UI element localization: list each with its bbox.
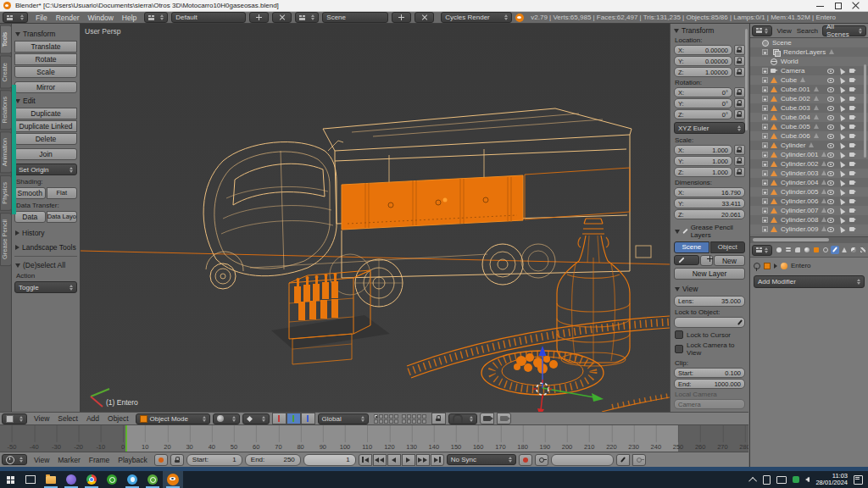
- hide-icon[interactable]: [827, 114, 834, 120]
- properties-tab-icon[interactable]: [784, 246, 793, 254]
- tool-tab[interactable]: Create: [0, 56, 12, 89]
- keyingset-lock-button[interactable]: [170, 454, 184, 466]
- tool-tab[interactable]: Tools: [0, 25, 12, 54]
- notification-icon[interactable]: [854, 475, 863, 485]
- menu-item[interactable]: Frame: [85, 456, 114, 464]
- properties-tab-icon[interactable]: [821, 246, 830, 254]
- new-layer-button[interactable]: New Layer: [674, 268, 745, 280]
- history-panel-header[interactable]: History: [15, 229, 76, 237]
- lock-icon[interactable]: [734, 67, 745, 77]
- insert-keyframe-button[interactable]: [535, 454, 548, 466]
- outliner-row[interactable]: Cube.004: [750, 113, 868, 122]
- gp-object-tab[interactable]: Object: [710, 241, 746, 253]
- hide-icon[interactable]: [827, 142, 834, 148]
- hide-icon[interactable]: [827, 133, 834, 139]
- screen-layout-field[interactable]: Default: [171, 12, 246, 23]
- hide-icon[interactable]: [827, 170, 834, 176]
- number-field[interactable]: Z:0°: [674, 109, 732, 119]
- renderable-icon[interactable]: [849, 86, 856, 92]
- lock-object-field[interactable]: [674, 317, 745, 328]
- gp-scene-tab[interactable]: Scene: [674, 241, 709, 253]
- menu-item[interactable]: File: [31, 14, 52, 22]
- number-field[interactable]: Z:1.000: [674, 167, 732, 177]
- outliner-row[interactable]: Camera: [750, 66, 868, 75]
- number-field[interactable]: X:0°: [674, 87, 732, 97]
- jump-to-end-button[interactable]: [431, 454, 444, 466]
- selectable-icon[interactable]: [838, 226, 845, 232]
- menu-item[interactable]: Render: [52, 14, 84, 22]
- lens-field[interactable]: Lens:35.000: [674, 296, 745, 307]
- gp-brush-button[interactable]: [674, 255, 699, 265]
- cargo-panel[interactable]: [342, 168, 630, 230]
- renderable-icon[interactable]: [849, 208, 856, 214]
- outliner-row[interactable]: RenderLayers: [750, 47, 868, 57]
- tray-app-icon[interactable]: [763, 475, 771, 485]
- gp-new-button[interactable]: New: [714, 255, 745, 266]
- npanel-scrollbar[interactable]: [745, 29, 748, 130]
- renderable-icon[interactable]: [849, 68, 856, 74]
- frame-end-field[interactable]: End:250: [245, 454, 301, 466]
- selectable-icon[interactable]: [838, 96, 845, 102]
- outliner-row[interactable]: Cube.005: [750, 122, 868, 131]
- lock-camera-checkbox[interactable]: [675, 345, 683, 353]
- tool-button[interactable]: Translate: [14, 41, 77, 53]
- editor-type-button[interactable]: [752, 245, 772, 256]
- selectable-icon[interactable]: [838, 170, 845, 176]
- number-field[interactable]: Z:1.00000: [674, 67, 732, 77]
- lock-icon[interactable]: [734, 145, 745, 155]
- tool-tab[interactable]: Grease Pencil: [0, 213, 12, 266]
- hide-icon[interactable]: [827, 152, 834, 158]
- bottle-wireframe[interactable]: [557, 219, 630, 366]
- renderable-icon[interactable]: [849, 198, 856, 204]
- keying-eyedropper-button[interactable]: [616, 454, 630, 466]
- file-explorer-button[interactable]: [41, 471, 61, 488]
- selectable-icon[interactable]: [838, 68, 845, 74]
- tool-button[interactable]: Duplicate: [14, 108, 77, 119]
- renderable-icon[interactable]: [849, 105, 856, 111]
- expand-icon[interactable]: [762, 124, 768, 130]
- current-frame-marker[interactable]: [125, 425, 127, 452]
- close-icon[interactable]: [852, 2, 860, 9]
- outliner-row[interactable]: Cube.002: [750, 94, 868, 103]
- hide-icon[interactable]: [827, 198, 834, 204]
- properties-tab-icon[interactable]: [793, 246, 802, 254]
- prev-keyframe-button[interactable]: [373, 454, 387, 466]
- layers-widget[interactable]: [374, 414, 426, 424]
- set-origin-select[interactable]: Set Origin: [14, 164, 77, 175]
- rotation-mode-select[interactable]: XYZ Euler: [674, 122, 745, 134]
- selectable-icon[interactable]: [838, 86, 845, 92]
- expand-icon[interactable]: [762, 217, 768, 223]
- renderable-icon[interactable]: [849, 142, 856, 148]
- tool-button[interactable]: Data Layo: [47, 211, 78, 223]
- expand-icon[interactable]: [762, 86, 768, 92]
- tool-button[interactable]: Duplicate Linked: [14, 120, 77, 132]
- renderable-icon[interactable]: [849, 77, 856, 83]
- lock-icon[interactable]: [734, 156, 745, 166]
- editor-type-button[interactable]: [752, 25, 772, 36]
- skype-button[interactable]: [122, 471, 142, 488]
- menu-item[interactable]: Object: [103, 414, 133, 423]
- scene-field[interactable]: Scene: [322, 12, 388, 23]
- lock-icon[interactable]: [734, 56, 745, 66]
- add-scene-button[interactable]: [392, 12, 411, 23]
- tool-button[interactable]: Scale: [14, 66, 77, 78]
- landscape-panel-header[interactable]: Landscape Tools: [15, 243, 76, 252]
- properties-tab-icon[interactable]: [831, 246, 839, 254]
- render-opengl-anim-button[interactable]: [497, 413, 511, 424]
- start-button[interactable]: [0, 471, 20, 488]
- tool-button[interactable]: Data: [14, 211, 46, 223]
- menu-item[interactable]: Help: [118, 14, 141, 22]
- hide-icon[interactable]: [827, 208, 834, 214]
- renderable-icon[interactable]: [849, 114, 856, 120]
- jump-to-start-button[interactable]: [359, 454, 372, 466]
- maximize-icon[interactable]: [834, 2, 842, 9]
- properties-tab-icon[interactable]: [840, 246, 849, 254]
- number-field[interactable]: Y:0°: [674, 98, 732, 108]
- tool-button[interactable]: Flat: [47, 187, 78, 199]
- renderable-icon[interactable]: [849, 170, 856, 176]
- expand-icon[interactable]: [762, 96, 768, 102]
- expand-icon[interactable]: [762, 49, 768, 55]
- blender-taskbar-button[interactable]: [163, 471, 183, 488]
- action-select[interactable]: Toggle: [14, 281, 77, 293]
- expand-icon[interactable]: [762, 189, 768, 195]
